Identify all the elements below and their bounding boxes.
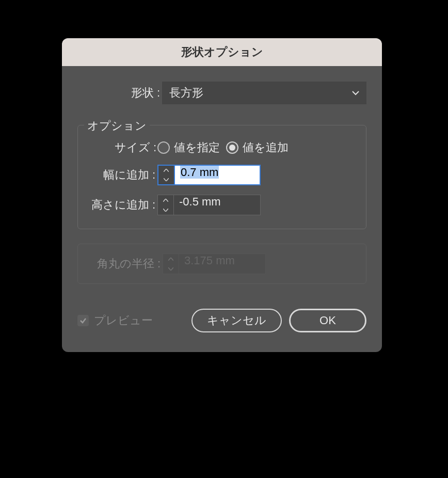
radio-add-label: 値を追加 [243,140,289,155]
width-stepper: 0.7 mm [157,165,261,185]
width-input-value: 0.7 mm [180,166,219,179]
shape-label: 形状 : [77,85,162,101]
shape-select-value: 長方形 [169,85,203,101]
chevron-up-icon [163,199,168,202]
cancel-button[interactable]: キャンセル [191,309,282,332]
preview-checkbox-group[interactable]: プレビュー [77,313,153,328]
width-label: 幅に追加 : [78,167,157,183]
dialog-title: 形状オプション [181,44,263,60]
radio-specify-circle [157,141,170,154]
chevron-up-icon [168,258,173,261]
preview-checkbox[interactable] [77,315,89,326]
width-step-down[interactable] [158,175,174,184]
width-input[interactable]: 0.7 mm [174,165,261,185]
corner-fieldset: 角丸の半径 : 3.175 mm [77,244,366,284]
chevron-down-icon [352,89,359,97]
dialog-content: 形状 : 長方形 オプション サイズ : 値を指定 [62,66,382,352]
shape-select[interactable]: 長方形 [162,82,366,104]
dialog-footer: プレビュー キャンセル OK [77,309,366,337]
corner-label: 角丸の半径 : [85,256,163,272]
corner-step-up [163,254,179,264]
dialog-titlebar: 形状オプション [62,38,382,66]
radio-specify-label: 値を指定 [174,140,220,155]
ok-button[interactable]: OK [289,309,366,332]
height-stepper-buttons[interactable] [157,195,174,215]
radio-add-circle [226,141,238,154]
corner-input-value: 3.175 mm [184,254,235,267]
corner-stepper: 3.175 mm [163,253,266,274]
options-fieldset: オプション サイズ : 値を指定 値を追加 幅に追加 : [77,125,366,229]
height-label: 高さに追加 : [78,197,157,213]
chevron-down-icon [168,267,173,270]
shape-select-wrap: 長方形 [162,82,366,104]
height-step-up[interactable] [158,195,173,205]
corner-stepper-buttons [163,253,179,274]
size-label: サイズ : [78,140,157,155]
chevron-down-icon [163,209,168,212]
shape-options-dialog: 形状オプション 形状 : 長方形 オプション サイズ : [62,38,382,352]
height-stepper: -0.5 mm [157,195,261,215]
checkmark-icon [79,317,87,324]
preview-label: プレビュー [94,313,153,328]
width-stepper-buttons[interactable] [157,165,174,185]
height-input[interactable]: -0.5 mm [174,195,261,215]
width-step-up[interactable] [158,166,174,175]
options-fieldset-title: オプション [84,118,150,134]
height-step-down[interactable] [158,205,173,215]
corner-input: 3.175 mm [179,253,266,274]
size-row: サイズ : 値を指定 値を追加 [78,140,356,155]
size-radio-group: 値を指定 値を追加 [157,140,289,155]
height-input-value: -0.5 mm [179,195,221,208]
chevron-down-icon [164,178,169,181]
radio-add[interactable]: 値を追加 [226,140,289,155]
corner-step-down [163,264,179,274]
width-row: 幅に追加 : 0.7 mm [78,165,356,185]
radio-specify[interactable]: 値を指定 [157,140,220,155]
height-row: 高さに追加 : -0.5 mm [78,195,356,215]
button-group: キャンセル OK [191,309,366,332]
chevron-up-icon [164,169,169,172]
shape-row: 形状 : 長方形 [77,82,366,104]
